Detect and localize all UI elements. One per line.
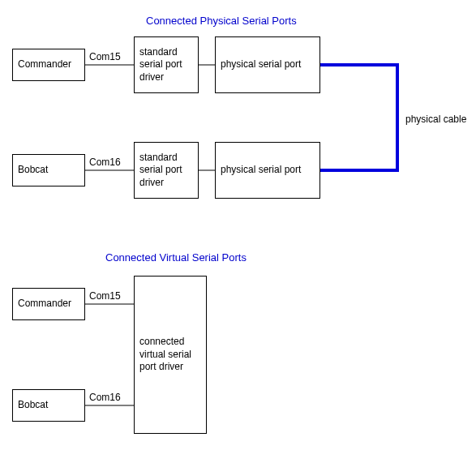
- driver-box-1a: standard serial port driver: [134, 36, 199, 93]
- bobcat-label-2: Bobcat: [18, 399, 48, 412]
- commander-label-2: Commander: [18, 298, 71, 311]
- com16-label-1: Com16: [89, 156, 121, 168]
- virtual-driver-box: connected virtual serial port driver: [134, 276, 207, 434]
- commander-box-1: Commander: [12, 49, 85, 81]
- driver-box-1b: standard serial port driver: [134, 142, 199, 199]
- com15-label-2: Com15: [89, 290, 121, 302]
- phys-label-1b: physical serial port: [221, 164, 301, 177]
- bobcat-label-1: Bobcat: [18, 164, 48, 177]
- com16-label-2: Com16: [89, 392, 121, 403]
- section2-title: Connected Virtual Serial Ports: [105, 251, 247, 264]
- physical-cable-line: [320, 65, 397, 170]
- commander-label-1: Commander: [18, 58, 71, 71]
- bobcat-box-2: Bobcat: [12, 389, 85, 422]
- phys-box-1b: physical serial port: [215, 142, 320, 199]
- phys-box-1a: physical serial port: [215, 36, 320, 93]
- section1-title: Connected Physical Serial Ports: [146, 15, 297, 27]
- com15-label-1: Com15: [89, 51, 121, 62]
- bobcat-box-1: Bobcat: [12, 154, 85, 186]
- cable-label: physical cable: [405, 114, 466, 125]
- commander-box-2: Commander: [12, 288, 85, 320]
- virtual-driver-label: connected virtual serial port driver: [139, 336, 201, 374]
- phys-label-1a: physical serial port: [221, 58, 301, 71]
- driver-label-1b: standard serial port driver: [139, 152, 193, 190]
- driver-label-1a: standard serial port driver: [139, 46, 193, 84]
